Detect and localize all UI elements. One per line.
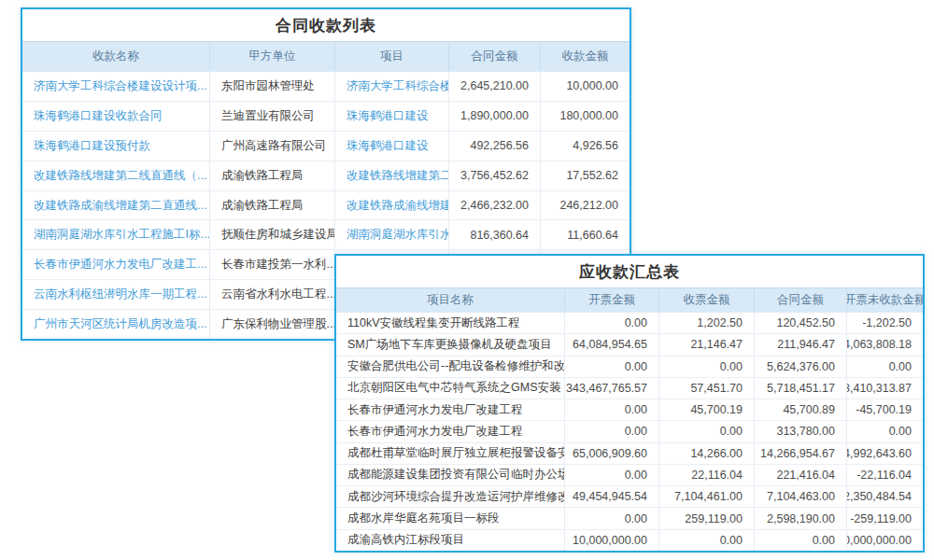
contract-amount-cell: 211,946.47 bbox=[755, 334, 847, 355]
contract-amount-cell: 2,645,210.00 bbox=[449, 72, 541, 101]
table-row: 改建铁路线增建第二线直通线（...成渝铁路工程局改建铁路线增建第二...3,75… bbox=[22, 161, 630, 191]
receivable-summary-table-title: 应收款汇总表 bbox=[336, 256, 923, 287]
project-link[interactable]: 改建铁路成渝线增建... bbox=[335, 191, 449, 220]
contract-amount-cell: 313,780.00 bbox=[755, 421, 847, 441]
receipt-amount-cell: 10,000.00 bbox=[541, 72, 630, 101]
contract-amount-cell: 5,624,376.00 bbox=[755, 357, 847, 377]
table-row: 长春市伊通河水力发电厂改建工程0.0045,700.1945,700.89-45… bbox=[336, 399, 923, 421]
receipt-name-link[interactable]: 珠海鹤港口建设收款合同 bbox=[22, 102, 210, 131]
invoiced-unpaid-amount-cell: -22,116.04 bbox=[847, 465, 923, 485]
invoiced-unpaid-amount-cell: -1,202.50 bbox=[847, 313, 923, 333]
invoiced-unpaid-amount-cell: -259,119.00 bbox=[847, 508, 923, 528]
party-a-cell: 广州高速路有限公司 bbox=[210, 132, 335, 161]
contract-amount-cell: 2,466,232.00 bbox=[449, 191, 541, 220]
project-name-cell: 110kV安徽线程集变开断线路工程 bbox=[336, 313, 565, 333]
project-name-cell: 成都杜甫草堂临时展厅独立展柜报警设备安装... bbox=[336, 443, 565, 464]
invoiced-amount-cell: 65,006,909.60 bbox=[565, 443, 659, 464]
receipt-name-link[interactable]: 改建铁路成渝线增建第二直通线... bbox=[22, 191, 210, 220]
column-header: 甲方单位 bbox=[210, 42, 335, 71]
table-row: 成都沙河环境综合提升改造运河护岸维修改造49,454,945.547,104,4… bbox=[336, 486, 923, 508]
table-row: 110kV安徽线程集变开断线路工程0.001,202.50120,452.50-… bbox=[336, 313, 923, 334]
party-a-cell: 长春市建投第一水利... bbox=[210, 250, 335, 279]
invoiced-amount-cell: 0.00 bbox=[565, 465, 659, 485]
invoiced-unpaid-amount-cell: 343,410,313.87 bbox=[847, 378, 923, 399]
invoiced-unpaid-amount-cell: 64,992,643.60 bbox=[847, 443, 923, 464]
received-invoice-amount-cell: 14,266.00 bbox=[659, 443, 755, 464]
invoiced-unpaid-amount-cell: 10,000,000.00 bbox=[847, 530, 923, 551]
receipt-name-link[interactable]: 广州市天河区统计局机房改造项... bbox=[22, 310, 210, 339]
receivable-summary-table-header-row: 项目名称开票金额收票金额合同金额开票未收款金额 bbox=[336, 287, 923, 313]
contract-amount-cell: 0.00 bbox=[755, 530, 847, 551]
project-name-cell: 成都能源建设集团投资有限公司临时办公场所... bbox=[336, 465, 565, 485]
invoiced-unpaid-amount-cell: 42,350,484.54 bbox=[847, 486, 923, 507]
contract-amount-cell: 14,266,954.67 bbox=[755, 443, 847, 464]
received-invoice-amount-cell: 0.00 bbox=[659, 530, 755, 551]
receipt-name-link[interactable]: 珠海鹤港口建设预付款 bbox=[22, 132, 210, 161]
invoiced-amount-cell: 10,000,000.00 bbox=[565, 530, 659, 551]
contract-amount-cell: 492,256.56 bbox=[449, 132, 541, 161]
table-row: 湖南洞庭湖水库引水工程施工I标...抚顺住房和城乡建设局湖南洞庭湖水库引水...… bbox=[22, 220, 630, 250]
receipt-amount-cell: 11,660.64 bbox=[541, 220, 630, 249]
column-header: 合同金额 bbox=[449, 42, 541, 71]
invoiced-unpaid-amount-cell: -45,700.19 bbox=[847, 399, 923, 420]
invoiced-unpaid-amount-cell: 64,063,808.18 bbox=[847, 334, 923, 355]
column-header: 项目 bbox=[335, 42, 449, 71]
received-invoice-amount-cell: 0.00 bbox=[659, 421, 755, 441]
receipt-name-link[interactable]: 云南水利枢纽潜明水库一期工程... bbox=[22, 280, 210, 309]
table-row: 成渝高铁内江标段项目10,000,000.000.000.0010,000,00… bbox=[336, 530, 923, 551]
invoiced-amount-cell: 0.00 bbox=[565, 357, 659, 377]
invoiced-amount-cell: 0.00 bbox=[565, 399, 659, 420]
receivable-summary-table: 应收款汇总表 项目名称开票金额收票金额合同金额开票未收款金额 110kV安徽线程… bbox=[334, 254, 925, 553]
contract-amount-cell: 45,700.89 bbox=[755, 399, 847, 420]
party-a-cell: 兰迪置业有限公司 bbox=[210, 102, 335, 131]
party-a-cell: 抚顺住房和城乡建设局 bbox=[210, 220, 335, 249]
received-invoice-amount-cell: 22,116.04 bbox=[659, 465, 755, 485]
table-row: 长春市伊通河水力发电厂改建工程0.000.00313,780.000.00 bbox=[336, 421, 923, 442]
invoiced-amount-cell: 49,454,945.54 bbox=[565, 486, 659, 507]
receipt-amount-cell: 4,926.56 bbox=[541, 132, 630, 161]
project-name-cell: 北京朝阳区电气中芯特气系统之GMS安装 bbox=[336, 378, 565, 399]
project-link[interactable]: 珠海鹤港口建设 bbox=[335, 102, 449, 131]
party-a-cell: 东阳市园林管理处 bbox=[210, 72, 335, 101]
party-a-cell: 云南省水利水电工程... bbox=[210, 280, 335, 309]
project-name-cell: 安徽合肥供电公司--配电设备检修维护和改造 bbox=[336, 357, 565, 377]
contract-amount-cell: 2,598,190.00 bbox=[755, 508, 847, 528]
project-link[interactable]: 珠海鹤港口建设 bbox=[335, 132, 449, 161]
received-invoice-amount-cell: 57,451.70 bbox=[659, 378, 755, 399]
project-link[interactable]: 改建铁路线增建第二... bbox=[335, 161, 449, 190]
project-name-cell: SM广场地下车库更换摄像机及硬盘项目 bbox=[336, 334, 565, 355]
project-name-cell: 长春市伊通河水力发电厂改建工程 bbox=[336, 421, 565, 441]
table-row: 成都水岸华庭名苑项目一标段0.00259,119.002,598,190.00-… bbox=[336, 508, 923, 529]
received-invoice-amount-cell: 1,202.50 bbox=[659, 313, 755, 333]
contract-amount-cell: 1,890,000.00 bbox=[449, 102, 541, 131]
receipt-name-link[interactable]: 长春市伊通河水力发电厂改建工... bbox=[22, 250, 210, 279]
column-header: 收票金额 bbox=[659, 288, 755, 312]
contract-receipt-table-title: 合同收款列表 bbox=[22, 9, 630, 41]
received-invoice-amount-cell: 259,119.00 bbox=[659, 508, 755, 528]
contract-amount-cell: 221,416.04 bbox=[755, 465, 847, 485]
contract-amount-cell: 7,104,463.00 bbox=[755, 486, 847, 507]
receipt-name-link[interactable]: 湖南洞庭湖水库引水工程施工I标... bbox=[22, 220, 210, 249]
project-link[interactable]: 济南大学工科综合楼... bbox=[335, 72, 449, 101]
column-header: 开票未收款金额 bbox=[847, 288, 923, 312]
invoiced-unpaid-amount-cell: 0.00 bbox=[847, 421, 923, 441]
column-header: 项目名称 bbox=[336, 288, 565, 312]
contract-amount-cell: 3,756,452.62 bbox=[449, 161, 541, 190]
project-link[interactable]: 湖南洞庭湖水库引水... bbox=[335, 220, 449, 249]
received-invoice-amount-cell: 45,700.19 bbox=[659, 399, 755, 420]
receipt-amount-cell: 246,212.00 bbox=[541, 191, 630, 220]
received-invoice-amount-cell: 21,146.47 bbox=[659, 334, 755, 355]
column-header: 开票金额 bbox=[565, 288, 659, 312]
table-row: 珠海鹤港口建设收款合同兰迪置业有限公司珠海鹤港口建设1,890,000.0018… bbox=[22, 102, 630, 132]
receipt-name-link[interactable]: 改建铁路线增建第二线直通线（... bbox=[22, 161, 210, 190]
table-row: 北京朝阳区电气中芯特气系统之GMS安装343,467,765.5757,451.… bbox=[336, 378, 923, 399]
party-a-cell: 广东保利物业管理股... bbox=[210, 310, 335, 339]
column-header: 收款名称 bbox=[22, 42, 210, 71]
table-row: 安徽合肥供电公司--配电设备检修维护和改造0.000.005,624,376.0… bbox=[336, 357, 923, 378]
column-header: 合同金额 bbox=[755, 288, 847, 312]
receipt-amount-cell: 17,552.62 bbox=[541, 161, 630, 190]
contract-amount-cell: 816,360.64 bbox=[449, 220, 541, 249]
received-invoice-amount-cell: 0.00 bbox=[659, 357, 755, 377]
receipt-name-link[interactable]: 济南大学工科综合楼建设设计项... bbox=[22, 72, 210, 101]
project-name-cell: 成渝高铁内江标段项目 bbox=[336, 530, 565, 551]
